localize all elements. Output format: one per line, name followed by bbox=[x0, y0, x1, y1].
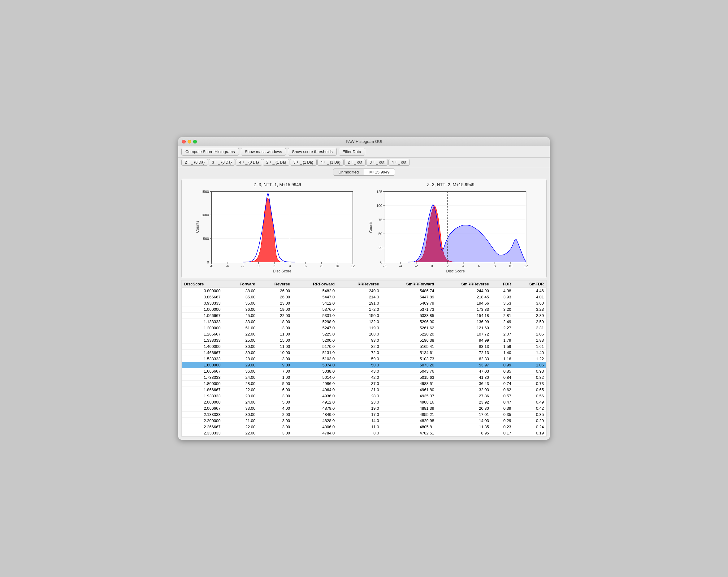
table-cell: 22.00 bbox=[223, 424, 258, 430]
table-cell: 1.200000 bbox=[182, 325, 223, 331]
table-cell: 0.49 bbox=[514, 399, 546, 405]
tab-3p0da[interactable]: 3 + _ {0 Da} bbox=[209, 159, 235, 166]
table-cell: 0.17 bbox=[492, 430, 514, 436]
table-row[interactable]: 2.13333330.002.004849.017.04855.2117.010… bbox=[182, 412, 546, 418]
table-cell: 47.03 bbox=[437, 368, 492, 375]
table-row[interactable]: 0.80000038.0026.005482.0240.05486.74244.… bbox=[182, 288, 546, 294]
table-cell: 1.733333 bbox=[182, 375, 223, 381]
table-cell: 5447.89 bbox=[381, 294, 436, 300]
svg-text:-6: -6 bbox=[383, 264, 386, 268]
table-row[interactable]: 2.20000021.003.004828.014.04829.9814.030… bbox=[182, 418, 546, 424]
table-cell: 39.00 bbox=[223, 350, 258, 356]
table-cell: 1.83 bbox=[514, 337, 546, 344]
svg-text:10: 10 bbox=[335, 264, 339, 268]
table-cell: 22.00 bbox=[223, 430, 258, 436]
table-row[interactable]: 1.53333328.0013.005103.059.05103.7362.33… bbox=[182, 356, 546, 362]
table-row[interactable]: 1.46666739.0010.005131.072.05134.6172.13… bbox=[182, 350, 546, 356]
table-cell: 2.000000 bbox=[182, 399, 223, 405]
table-cell: 1.16 bbox=[492, 356, 514, 362]
table-cell: 0.57 bbox=[492, 393, 514, 399]
tab-4pout[interactable]: 4 + _ out bbox=[388, 159, 410, 166]
table-cell: 22.00 bbox=[223, 387, 258, 393]
table-cell: 107.72 bbox=[437, 331, 492, 337]
table-cell: 2.00 bbox=[258, 412, 292, 418]
table-cell: 1.866667 bbox=[182, 387, 223, 393]
filter-data-button[interactable]: Filter Data bbox=[339, 148, 365, 156]
tab-2p0da[interactable]: 2 + _ {0 Da} bbox=[181, 159, 208, 166]
table-cell: 8.0 bbox=[337, 430, 381, 436]
svg-rect-0 bbox=[211, 191, 353, 262]
table-row[interactable]: 1.40000030.0011.005170.082.05165.4183.13… bbox=[182, 344, 546, 350]
table-cell: 24.00 bbox=[223, 375, 258, 381]
table-row[interactable]: 1.80000028.005.004986.037.04988.5136.430… bbox=[182, 381, 546, 387]
m15-tab[interactable]: M+15.9949 bbox=[364, 168, 395, 176]
table-cell: 2.59 bbox=[514, 319, 546, 325]
table-cell: 3.53 bbox=[492, 300, 514, 306]
table-row[interactable]: 1.60000029.009.005074.050.05073.2053.970… bbox=[182, 362, 546, 368]
table-cell: 23.00 bbox=[258, 300, 292, 306]
table-row[interactable]: 2.06666733.004.004879.019.04881.3920.300… bbox=[182, 405, 546, 412]
table-cell: 7.00 bbox=[258, 368, 292, 375]
tab-2p1da[interactable]: 2 + _ {1 Da} bbox=[263, 159, 289, 166]
table-cell: 15.00 bbox=[258, 337, 292, 344]
table-cell: 1.400000 bbox=[182, 344, 223, 350]
table-cell: 5225.0 bbox=[292, 331, 337, 337]
table-row[interactable]: 1.33333325.0015.005200.093.05196.3894.99… bbox=[182, 337, 546, 344]
svg-text:Disc Score: Disc Score bbox=[273, 269, 291, 273]
chart-2: Z=3, NTT=2, M+15.9949 Counts 0 25 bbox=[367, 182, 534, 275]
mass-windows-button[interactable]: Show mass windows bbox=[241, 148, 286, 156]
table-row[interactable]: 2.00000024.005.004912.023.04908.1623.920… bbox=[182, 399, 546, 405]
tab-3pout[interactable]: 3 + _ out bbox=[366, 159, 388, 166]
table-row[interactable]: 1.73333324.001.005014.042.05015.6341.300… bbox=[182, 375, 546, 381]
svg-text:25: 25 bbox=[378, 246, 382, 250]
unmod-tab[interactable]: Unmodified bbox=[333, 168, 364, 176]
table-cell: 28.00 bbox=[223, 381, 258, 387]
table-cell: 0.29 bbox=[514, 418, 546, 424]
table-cell: 194.66 bbox=[437, 300, 492, 306]
table-row[interactable]: 1.66666736.007.005038.043.05043.7647.030… bbox=[182, 368, 546, 375]
minimize-button[interactable] bbox=[188, 140, 191, 143]
window-title: PAW Histogram GUI bbox=[346, 139, 382, 144]
table-cell: 36.00 bbox=[223, 368, 258, 375]
svg-text:Counts: Counts bbox=[195, 221, 200, 233]
table-cell: 1.000000 bbox=[182, 306, 223, 312]
table-header-row: DiscScore Forward Reverse RRForward RRRe… bbox=[182, 280, 546, 288]
tab-4p1da[interactable]: 4 + _ {1 Da} bbox=[317, 159, 344, 166]
table-cell: 20.30 bbox=[437, 405, 492, 412]
maximize-button[interactable] bbox=[193, 140, 197, 143]
table-cell: 172.0 bbox=[337, 306, 381, 312]
tab-2pout[interactable]: 2 + _ out bbox=[344, 159, 366, 166]
table-row[interactable]: 1.93333328.003.004936.028.04935.0727.860… bbox=[182, 393, 546, 399]
table-cell: 45.00 bbox=[223, 312, 258, 319]
tab-3p1da[interactable]: 3 + _ {1 Da} bbox=[290, 159, 317, 166]
table-row[interactable]: 1.13333333.0018.005298.0132.05296.90136.… bbox=[182, 319, 546, 325]
close-button[interactable] bbox=[182, 140, 186, 143]
table-cell: 136.99 bbox=[437, 319, 492, 325]
table-row[interactable]: 2.33333322.003.004784.08.04782.518.950.1… bbox=[182, 430, 546, 436]
score-thresholds-button[interactable]: Show score thresholds bbox=[288, 148, 337, 156]
table-cell: 4.38 bbox=[492, 288, 514, 294]
table-cell: 72.0 bbox=[337, 350, 381, 356]
table-row[interactable]: 2.26666722.003.004806.011.04805.8111.350… bbox=[182, 424, 546, 430]
table-row[interactable]: 1.26666722.0011.005225.0108.05228.20107.… bbox=[182, 331, 546, 337]
table-cell: 5228.20 bbox=[381, 331, 436, 337]
table-row[interactable]: 1.20000051.0013.005247.0119.05261.62121.… bbox=[182, 325, 546, 331]
table-cell: 5331.0 bbox=[292, 312, 337, 319]
compute-button[interactable]: Compute Score Histograms bbox=[181, 148, 239, 156]
table-row[interactable]: 1.06666745.0022.005331.0150.05333.85154.… bbox=[182, 312, 546, 319]
table-cell: 1.59 bbox=[492, 344, 514, 350]
col-rrforward: RRForward bbox=[292, 280, 337, 288]
table-row[interactable]: 1.00000036.0019.005376.0172.05371.73173.… bbox=[182, 306, 546, 312]
table-cell: 5131.0 bbox=[292, 350, 337, 356]
table-cell: 0.24 bbox=[514, 424, 546, 430]
table-row[interactable]: 0.86666735.0026.005447.0214.05447.89218.… bbox=[182, 294, 546, 300]
svg-text:0: 0 bbox=[431, 264, 433, 268]
svg-text:8: 8 bbox=[320, 264, 322, 268]
chart-1-title: Z=3, NTT=1, M+15.9949 bbox=[254, 182, 301, 187]
table-cell: 0.74 bbox=[492, 381, 514, 387]
tab-4p0da[interactable]: 4 + _ {0 Da} bbox=[236, 159, 262, 166]
svg-text:1000: 1000 bbox=[201, 213, 209, 217]
table-cell: 2.266667 bbox=[182, 424, 223, 430]
table-row[interactable]: 1.86666722.006.004964.031.04961.8032.030… bbox=[182, 387, 546, 393]
table-row[interactable]: 0.93333335.0023.005412.0191.05409.79194.… bbox=[182, 300, 546, 306]
